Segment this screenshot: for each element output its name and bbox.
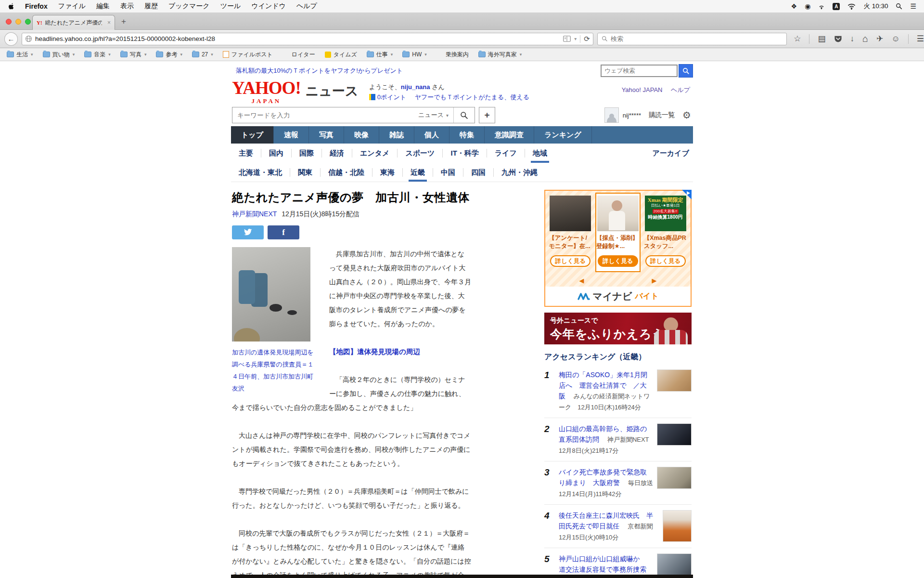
nav-tab[interactable]: 映像 <box>344 126 379 144</box>
ranking-thumbnail[interactable] <box>657 553 692 576</box>
region-nav-item[interactable]: 四国 <box>463 168 494 177</box>
promo-link[interactable]: 落札額の最大10%のＴポイントをヤフオク!からプレゼント <box>236 66 403 75</box>
bookmark-item[interactable]: タイムズ <box>325 51 357 59</box>
menubar-item-view[interactable]: 表示 <box>115 2 139 11</box>
tpoint-tagline-link[interactable]: ヤフーでもＴポイントがたまる、使える <box>415 93 529 101</box>
apple-icon[interactable] <box>9 3 15 10</box>
ranking-item[interactable]: 4 後任天台座主に森川宏映氏 半田氏死去で即日就任 京都新聞 12月15日(火)… <box>544 505 692 548</box>
nav-tab[interactable]: 個人 <box>414 126 449 144</box>
mynavi-logo[interactable]: マイナビ バイト <box>545 287 691 306</box>
photo-caption[interactable]: 加古川の遺体発見現場周辺を調べる兵庫県警の捜査員＝１４日午前、加古川市加古川町友… <box>232 346 314 394</box>
bookmark-item[interactable]: 買い物 <box>43 51 75 59</box>
ad-card-featured[interactable]: 【採点・添削】登録制★... 詳しく見る <box>595 193 641 272</box>
bookmark-item[interactable]: 27 <box>192 51 213 58</box>
ranking-thumbnail[interactable] <box>663 510 692 542</box>
region-nav-item[interactable]: 近畿 <box>403 168 433 177</box>
bookmark-star-icon[interactable]: ☆ <box>794 34 801 44</box>
menubar-item-help[interactable]: ヘルプ <box>291 2 322 11</box>
bookmark-item[interactable]: ファイルポスト <box>223 51 273 59</box>
nav-tab[interactable]: ランキング <box>534 126 592 144</box>
url-input[interactable] <box>35 35 563 42</box>
url-dropdown-icon[interactable]: ▾ <box>574 36 577 41</box>
window-close-button[interactable] <box>6 19 12 25</box>
carousel-prev-icon[interactable]: ◀ <box>545 274 618 287</box>
region-nav-item[interactable]: 中国 <box>433 168 463 177</box>
new-tab-button[interactable]: + <box>121 17 126 26</box>
subnav-item[interactable]: 国内 <box>261 149 292 158</box>
bookmark-item[interactable]: 参考 <box>156 51 182 59</box>
article-source-link[interactable]: 神戸新聞NEXT <box>232 210 277 218</box>
subnav-item[interactable]: 経済 <box>322 149 352 158</box>
ad-detail-button[interactable]: 詳しく見る <box>598 255 638 267</box>
window-zoom-button[interactable] <box>25 19 31 25</box>
bookmarks-list-icon[interactable]: ▤ <box>818 34 825 44</box>
menubar-item-firefox[interactable]: Firefox <box>20 2 53 10</box>
subscribe-list-link[interactable]: 購読一覧 <box>649 111 675 119</box>
bookmark-item[interactable]: HW <box>402 51 427 58</box>
bookmark-item[interactable]: 生活 <box>7 51 33 59</box>
ad-detail-button[interactable]: 詳しく見る <box>550 255 590 267</box>
ranking-item[interactable]: 5 神戸山口組が山口組威嚇か 道交法違反容疑で事務所捜索 神戸新聞NEXT 12… <box>544 548 692 578</box>
map-link[interactable]: 【地図】遺体発見現場の周辺 <box>329 348 420 355</box>
menubar-item-history[interactable]: 履歴 <box>139 2 163 11</box>
ranking-thumbnail[interactable] <box>657 467 692 489</box>
yahoo-logo[interactable]: YAHOO! JAPAN ニュース <box>232 79 359 105</box>
window-minimize-button[interactable] <box>15 19 21 25</box>
region-nav-item[interactable]: 信越・北陸 <box>321 168 372 177</box>
subnav-item[interactable]: 地域 <box>525 149 555 158</box>
menubar-clock[interactable]: 火 10:30 <box>863 2 888 11</box>
ad-card[interactable]: 【アンケート/モニター】在... 詳しく見る <box>548 194 593 272</box>
notification-center-icon[interactable]: ☰ <box>910 2 916 10</box>
facebook-share-button[interactable]: f <box>268 225 299 239</box>
share-send-icon[interactable]: ✈ <box>876 34 883 44</box>
feedback-smiley-icon[interactable]: ☺ <box>891 34 899 44</box>
subnav-item[interactable]: エンタメ <box>352 149 398 158</box>
gear-icon[interactable]: ⚙ <box>682 109 691 121</box>
browser-tab[interactable]: Y! 絶たれたアニメ声優の夢 ... × <box>32 15 115 30</box>
back-button[interactable]: ← <box>4 32 18 46</box>
nav-tab[interactable]: 特集 <box>449 126 485 144</box>
gogai-news-banner[interactable]: 号外ニュースで 今年をふりかえろう。 <box>544 313 692 344</box>
pocket-icon[interactable] <box>834 35 842 43</box>
ranking-item[interactable]: 3 バイク死亡事故多発で緊急取り締まり 大阪府警 毎日放送 12月14日(月)1… <box>544 461 692 505</box>
ranking-item[interactable]: 2 山口組の最高幹部ら、姫路の直系団体訪問 神戸新聞NEXT 12月8日(火)2… <box>544 418 692 461</box>
browser-search-input[interactable] <box>611 35 783 42</box>
subnav-item[interactable]: 主要 <box>231 149 261 158</box>
bookmark-item[interactable]: 写真 <box>120 51 147 59</box>
ranking-title-link[interactable]: 神戸山口組が山口組威嚇か 道交法違反容疑で事務所捜索 <box>559 555 647 573</box>
menubar-item-window[interactable]: ウインドウ <box>246 2 291 11</box>
ranking-thumbnail[interactable] <box>657 369 692 392</box>
nav-tab[interactable]: トップ <box>231 126 274 144</box>
bookmark-item[interactable]: 仕事 <box>367 51 393 59</box>
ad-card[interactable]: Xmas 期間限定 日払い★単発1日 200名大募集!! 時給換算1800円 【… <box>642 194 688 272</box>
home-icon[interactable]: ⌂ <box>862 33 868 44</box>
web-search-input[interactable] <box>601 65 678 77</box>
archive-link[interactable]: アーカイブ <box>653 149 689 158</box>
hamburger-menu-icon[interactable]: ☰ <box>917 34 924 44</box>
spotlight-search-icon[interactable] <box>896 3 902 10</box>
input-source-icon[interactable]: A <box>833 3 840 10</box>
bookmark-item[interactable]: 音楽 <box>84 51 111 59</box>
subnav-item[interactable]: 国際 <box>292 149 322 158</box>
downloads-icon[interactable]: ↓ <box>850 34 855 44</box>
region-nav-item[interactable]: 北海道・東北 <box>231 168 290 177</box>
region-nav-item[interactable]: 関東 <box>290 168 321 177</box>
tab-close-icon[interactable]: × <box>107 19 111 26</box>
add-search-button[interactable]: + <box>479 107 495 123</box>
region-nav-item[interactable]: 東海 <box>372 168 403 177</box>
subnav-item[interactable]: ライフ <box>487 149 525 158</box>
bookmark-item[interactable]: 乗換案内 <box>436 51 469 59</box>
points-link[interactable]: 0ポイント <box>377 93 406 101</box>
twitter-share-button[interactable] <box>232 225 264 239</box>
menubar-item-file[interactable]: ファイル <box>53 2 91 11</box>
creative-cloud-icon[interactable]: ◉ <box>805 2 810 10</box>
url-bar[interactable]: ▾ ⟳ <box>22 33 593 45</box>
nav-tab[interactable]: 写真 <box>309 126 344 144</box>
menubar-item-bookmarks[interactable]: ブックマーク <box>163 2 215 11</box>
help-link[interactable]: ヘルプ <box>671 86 690 93</box>
search-scope-select[interactable]: ニュース ▾ <box>413 111 453 119</box>
ad-choices-icon[interactable] <box>682 190 692 199</box>
menubar-item-tools[interactable]: ツール <box>215 2 246 11</box>
menubar-item-edit[interactable]: 編集 <box>91 2 115 11</box>
reload-icon[interactable]: ⟳ <box>584 35 590 43</box>
